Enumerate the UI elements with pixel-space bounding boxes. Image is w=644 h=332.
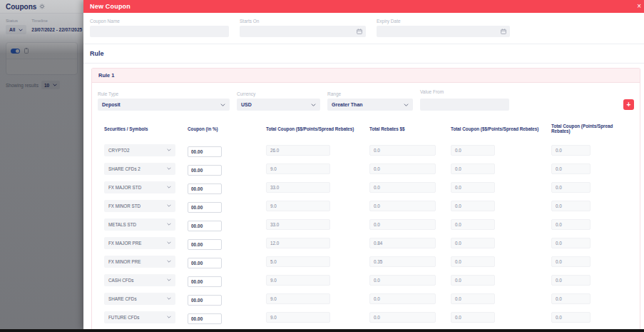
rule-type-select[interactable]: Deposit bbox=[98, 99, 230, 111]
currency-select[interactable]: USD bbox=[237, 99, 320, 111]
symbol-cell: FX MINOR PRE bbox=[104, 256, 188, 268]
total-coupon-value: 33.0 bbox=[266, 182, 330, 193]
expiry-date-input[interactable] bbox=[377, 26, 510, 37]
calendar-icon[interactable] bbox=[357, 29, 362, 34]
total-rebates-value: 0.35 bbox=[369, 256, 436, 267]
coupon-percent-input[interactable] bbox=[188, 276, 222, 287]
symbol-select[interactable]: FX MAJOR STD bbox=[104, 181, 175, 193]
expiry-date-field-group: Expiry Date bbox=[377, 19, 510, 37]
table-row: CRYPTO2 26.0 0.0 0.0 0.0 bbox=[104, 141, 635, 159]
rule-controls: Rule Type Deposit Currency USD bbox=[92, 83, 640, 118]
total-coupon-points-cell: 0.0 bbox=[551, 293, 635, 304]
modal-header: New Coupon × bbox=[83, 0, 644, 13]
symbol-select[interactable]: SHARE CFDs bbox=[104, 293, 175, 305]
symbol-select[interactable]: FX MINOR PRE bbox=[104, 256, 175, 268]
value-from-label: Value From bbox=[420, 89, 509, 94]
total-coupon-points-cell: 0.0 bbox=[551, 182, 635, 193]
symbol-label: FUTURE CFDs bbox=[108, 315, 139, 320]
coupon-percent-input[interactable] bbox=[188, 239, 222, 250]
coupon-form: Coupon Name Starts On Expiry Date bbox=[83, 13, 644, 44]
total-coupon-2-value: 0.0 bbox=[451, 182, 495, 193]
symbol-select[interactable]: CASH CFDs bbox=[104, 274, 175, 286]
coupon-cell bbox=[188, 255, 266, 268]
coupon-percent-input[interactable] bbox=[188, 183, 222, 194]
symbol-cell: FX MAJOR STD bbox=[104, 181, 188, 193]
total-coupon-cell: 9.0 bbox=[266, 164, 369, 174]
total-coupon-2-value: 0.0 bbox=[451, 219, 495, 230]
symbol-select[interactable]: FX MAJOR PRE bbox=[104, 237, 175, 249]
symbol-label: FX MAJOR STD bbox=[108, 185, 141, 190]
symbol-select[interactable]: METALS STD bbox=[104, 218, 175, 231]
total-coupon-value: 12.0 bbox=[266, 238, 330, 248]
table-row: METALS STD 33.0 0.0 0.0 0.0 bbox=[104, 215, 635, 233]
total-coupon-points-value: 0.0 bbox=[551, 182, 591, 193]
total-coupon-points-value: 0.0 bbox=[551, 256, 591, 267]
coupon-cell bbox=[188, 181, 266, 194]
coupon-percent-input[interactable] bbox=[188, 221, 222, 231]
total-coupon-2-cell: 0.0 bbox=[451, 201, 551, 211]
total-coupon-points-value: 0.0 bbox=[551, 238, 591, 248]
column-header: Coupon (in %) bbox=[188, 126, 266, 131]
table-row: FUTURE CFDs 9.0 0.0 0.0 0.0 bbox=[104, 308, 635, 326]
symbol-label: FX MINOR STD bbox=[108, 203, 140, 208]
symbol-select[interactable]: SHARE CFDs 2 bbox=[104, 163, 175, 175]
total-coupon-2-value: 0.0 bbox=[451, 312, 495, 323]
column-header: Securities / Symbols bbox=[104, 126, 188, 131]
chevron-down-icon bbox=[167, 204, 171, 207]
total-coupon-2-cell: 0.0 bbox=[451, 293, 551, 304]
total-coupon-2-cell: 0.0 bbox=[451, 275, 551, 286]
chevron-down-icon bbox=[167, 186, 171, 188]
total-coupon-points-value: 0.0 bbox=[551, 164, 591, 174]
coupon-name-input[interactable] bbox=[90, 26, 229, 37]
total-coupon-2-value: 0.0 bbox=[451, 201, 495, 211]
coupon-cell bbox=[188, 236, 266, 250]
currency-value: USD bbox=[241, 102, 252, 107]
total-rebates-value: 0.0 bbox=[369, 164, 436, 174]
total-coupon-points-cell: 0.0 bbox=[551, 201, 635, 211]
divider bbox=[83, 63, 644, 64]
rule-type-value: Deposit bbox=[102, 102, 121, 107]
total-coupon-points-value: 0.0 bbox=[551, 145, 591, 156]
symbol-cell: CRYPTO2 bbox=[104, 144, 188, 156]
total-coupon-points-value: 0.0 bbox=[551, 275, 591, 286]
total-coupon-cell: 26.0 bbox=[266, 145, 369, 156]
starts-on-input[interactable] bbox=[240, 26, 366, 37]
add-rule-button[interactable]: + bbox=[623, 99, 634, 110]
coupons-page-background: Coupons Status All Timeline 23/07/2022 -… bbox=[0, 0, 83, 332]
coupon-name-field-group: Coupon Name bbox=[90, 19, 229, 37]
total-coupon-value: 9.0 bbox=[266, 312, 330, 323]
chevron-down-icon bbox=[167, 316, 171, 318]
value-from-group: Value From bbox=[420, 89, 509, 111]
total-coupon-points-cell: 0.0 bbox=[551, 164, 635, 174]
coupon-cell bbox=[188, 292, 266, 306]
coupon-cell bbox=[188, 273, 266, 287]
total-coupon-points-value: 0.0 bbox=[551, 201, 591, 211]
symbol-label: SHARE CFDs bbox=[108, 296, 137, 301]
symbol-select[interactable]: CRYPTO2 bbox=[104, 144, 175, 156]
symbol-cell: SHARE CFDs bbox=[104, 293, 188, 305]
coupon-percent-input[interactable] bbox=[188, 165, 222, 176]
total-coupon-value: 9.0 bbox=[266, 201, 330, 211]
coupon-percent-input[interactable] bbox=[188, 258, 222, 268]
total-coupon-points-cell: 0.0 bbox=[551, 275, 635, 286]
total-rebates-value: 0.0 bbox=[369, 219, 436, 230]
chevron-down-icon bbox=[167, 297, 171, 300]
calendar-icon[interactable] bbox=[501, 29, 506, 34]
value-from-input[interactable] bbox=[420, 99, 509, 111]
rule-type-label: Rule Type bbox=[98, 91, 230, 96]
close-icon[interactable]: × bbox=[637, 3, 641, 10]
coupon-percent-input[interactable] bbox=[188, 146, 222, 157]
rule-name: Rule 1 bbox=[98, 72, 115, 79]
total-rebates-cell: 0.0 bbox=[369, 275, 451, 286]
coupon-percent-input[interactable] bbox=[188, 313, 222, 324]
currency-group: Currency USD bbox=[237, 91, 320, 111]
symbol-cell: CASH CFDs bbox=[104, 274, 188, 286]
range-select[interactable]: Greater Than bbox=[327, 99, 413, 111]
chevron-down-icon bbox=[167, 241, 171, 244]
coupon-percent-input[interactable] bbox=[188, 202, 222, 213]
symbol-label: CASH CFDs bbox=[108, 278, 133, 283]
coupon-percent-input[interactable] bbox=[188, 295, 222, 306]
symbol-select[interactable]: FUTURE CFDs bbox=[104, 311, 175, 323]
symbol-select[interactable]: FX MINOR STD bbox=[104, 200, 175, 212]
starts-on-label: Starts On bbox=[240, 19, 366, 24]
